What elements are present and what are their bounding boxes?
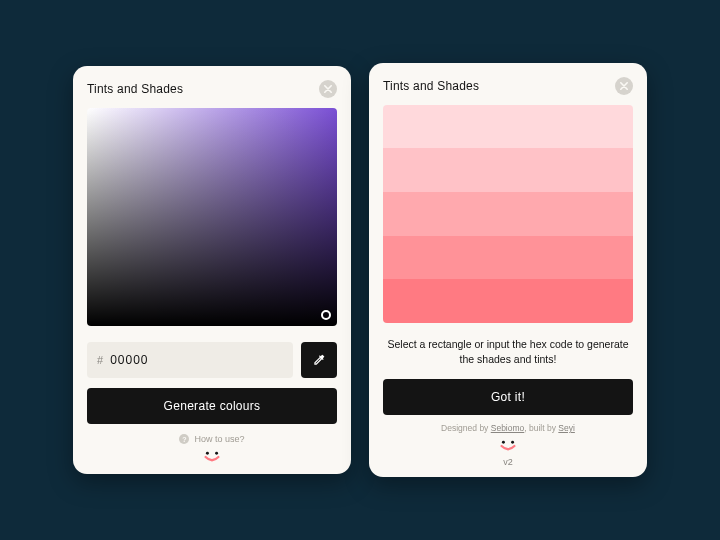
eyedropper-button[interactable]	[301, 342, 337, 378]
close-button[interactable]	[615, 77, 633, 95]
smiley-icon	[497, 439, 519, 453]
smiley-icon	[201, 450, 223, 464]
version-label: v2	[383, 457, 633, 467]
swatch[interactable]	[383, 279, 633, 323]
hex-input[interactable]: # 00000	[87, 342, 293, 378]
swatch-list	[383, 105, 633, 323]
close-icon	[620, 82, 628, 90]
help-link[interactable]: ? How to use?	[87, 434, 337, 444]
builder-link[interactable]: Seyi	[558, 423, 575, 433]
svg-point-1	[215, 452, 218, 455]
intro-card: Tints and Shades Select a rectangle or i…	[369, 63, 647, 477]
swatch[interactable]	[383, 105, 633, 149]
swatch[interactable]	[383, 148, 633, 192]
swatch[interactable]	[383, 192, 633, 236]
card-header: Tints and Shades	[87, 80, 337, 98]
generate-label: Generate colours	[164, 399, 261, 413]
picker-handle[interactable]	[321, 310, 331, 320]
svg-point-2	[502, 441, 505, 444]
got-it-label: Got it!	[491, 390, 525, 404]
instruction-text: Select a rectangle or input the hex code…	[383, 337, 633, 367]
card-header: Tints and Shades	[383, 77, 633, 95]
hex-value: 00000	[110, 353, 148, 367]
generator-card: Tints and Shades # 00000 Generate colour…	[73, 66, 351, 474]
help-label: How to use?	[194, 434, 244, 444]
got-it-button[interactable]: Got it!	[383, 379, 633, 415]
designer-link[interactable]: Sebiomo	[491, 423, 525, 433]
close-icon	[324, 85, 332, 93]
credits-line: Designed by Sebiomo, built by Seyi	[383, 423, 633, 433]
question-icon: ?	[179, 434, 189, 444]
generate-button[interactable]: Generate colours	[87, 388, 337, 424]
card-title: Tints and Shades	[383, 79, 479, 93]
svg-point-3	[511, 441, 514, 444]
input-row: # 00000	[87, 342, 337, 378]
hex-prefix: #	[97, 354, 104, 366]
swatch[interactable]	[383, 236, 633, 280]
close-button[interactable]	[319, 80, 337, 98]
eyedropper-icon	[312, 353, 326, 367]
svg-point-0	[206, 452, 209, 455]
card-title: Tints and Shades	[87, 82, 183, 96]
color-picker-canvas[interactable]	[87, 108, 337, 326]
